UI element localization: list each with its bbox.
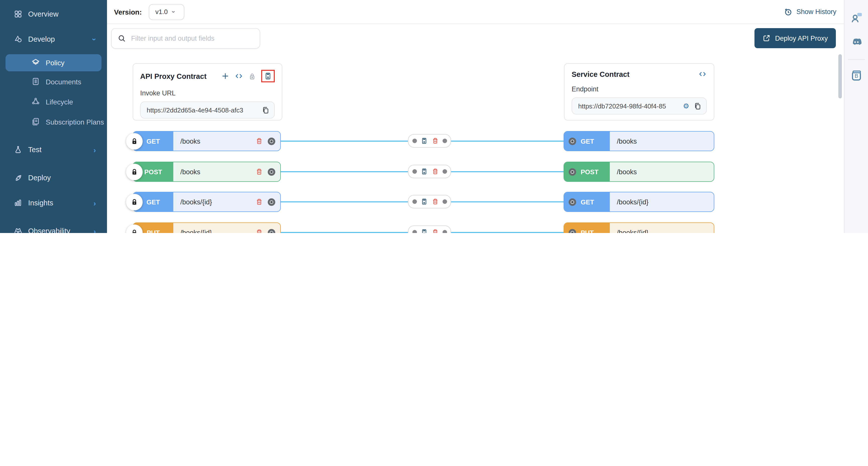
filter-input[interactable] bbox=[131, 35, 254, 42]
out-port[interactable] bbox=[268, 168, 275, 176]
code-view-icon[interactable] bbox=[698, 70, 707, 78]
delete-resource-icon[interactable] bbox=[255, 137, 263, 145]
docs-book-icon[interactable]: B bbox=[850, 69, 863, 82]
resource-path: /books/{id} bbox=[173, 229, 255, 233]
endpoint-field: https://db720294-98fd-40f4-85 ⚙ bbox=[571, 97, 707, 115]
invoke-url-label: Invoke URL bbox=[140, 89, 275, 97]
method-label: PUT bbox=[147, 229, 160, 233]
sidebar-item-overview[interactable]: Overview bbox=[0, 4, 107, 24]
lock-badge-icon bbox=[126, 133, 143, 150]
delete-mapping-icon[interactable] bbox=[431, 228, 439, 233]
delete-mapping-icon[interactable] bbox=[431, 168, 439, 175]
method-label: GET bbox=[581, 137, 594, 145]
port-dot[interactable] bbox=[442, 230, 447, 233]
gear-icon[interactable]: ⚙ bbox=[683, 102, 689, 110]
in-port[interactable] bbox=[569, 198, 576, 206]
sidebar-item-policy[interactable]: Policy bbox=[5, 54, 101, 71]
vertical-scrollbar-thumb[interactable] bbox=[838, 54, 842, 98]
delete-resource-icon[interactable] bbox=[255, 228, 263, 233]
chevron-down-icon: › bbox=[170, 11, 178, 13]
delete-mapping-icon[interactable] bbox=[431, 137, 439, 145]
method-badge: PUT bbox=[564, 223, 610, 233]
policy-clipboard-icon[interactable] bbox=[420, 198, 428, 206]
sidebar-item-lifecycle[interactable]: Lifecycle bbox=[0, 92, 107, 112]
show-history-button[interactable]: Show History bbox=[784, 7, 836, 16]
copy-icon[interactable] bbox=[693, 102, 702, 110]
sidebar-item-observability[interactable]: Observability › bbox=[0, 221, 107, 233]
policy-clipboard-icon[interactable] bbox=[420, 168, 428, 175]
connector-line bbox=[451, 201, 572, 203]
chevron-right-icon: › bbox=[93, 198, 96, 207]
out-port[interactable] bbox=[268, 137, 275, 145]
sidebar-item-label: Documents bbox=[46, 78, 82, 86]
resource-path: /books bbox=[610, 168, 714, 176]
connector-line bbox=[451, 171, 572, 172]
port-dot[interactable] bbox=[412, 199, 417, 204]
method-label: GET bbox=[147, 198, 160, 206]
in-port[interactable] bbox=[569, 168, 576, 176]
service-resource-row: GET /books/{id} bbox=[564, 192, 714, 212]
port-dot[interactable] bbox=[412, 230, 417, 233]
policy-clipboard-icon[interactable] bbox=[420, 137, 428, 145]
filter-field bbox=[111, 28, 260, 49]
proxy-resource-row: GET /books/{id} bbox=[133, 192, 281, 212]
external-link-icon bbox=[763, 34, 771, 42]
copy-icon[interactable] bbox=[261, 106, 270, 114]
policy-clipboard-icon[interactable] bbox=[420, 228, 428, 233]
proxy-resource-row: GET /books bbox=[133, 131, 281, 151]
rocket-icon bbox=[13, 173, 23, 182]
subscription-plans-icon bbox=[31, 117, 40, 127]
sidebar-item-label: Deploy bbox=[28, 174, 51, 182]
sidebar-item-label: Insights bbox=[28, 199, 53, 207]
sidebar-item-insights[interactable]: Insights › bbox=[0, 193, 107, 213]
out-port[interactable] bbox=[268, 229, 275, 233]
mapping-widget bbox=[408, 225, 451, 233]
port-dot[interactable] bbox=[442, 138, 447, 143]
chevron-right-icon: › bbox=[93, 145, 96, 154]
port-dot[interactable] bbox=[412, 138, 417, 143]
sidebar-item-subscription-plans[interactable]: Subscription Plans bbox=[0, 113, 107, 131]
feedback-icon[interactable] bbox=[850, 11, 863, 24]
policy-clipboard-icon[interactable] bbox=[264, 72, 272, 80]
resource-path: /books/{id} bbox=[173, 198, 255, 206]
method-label: PUT bbox=[581, 229, 594, 233]
connector-line bbox=[451, 232, 572, 233]
port-dot[interactable] bbox=[442, 169, 447, 174]
deploy-api-proxy-button[interactable]: Deploy API Proxy bbox=[754, 28, 836, 48]
port-dot[interactable] bbox=[442, 199, 447, 204]
sidebar-item-label: Overview bbox=[28, 10, 59, 18]
policy-icon bbox=[31, 58, 40, 68]
annotation-highlight-box bbox=[261, 70, 275, 82]
add-resource-icon[interactable] bbox=[221, 72, 229, 80]
port-dot[interactable] bbox=[412, 169, 417, 174]
card-title: API Proxy Contract bbox=[140, 72, 207, 80]
in-port[interactable] bbox=[569, 229, 576, 233]
main-content: Version: v1.0 › Show History Deploy AP bbox=[107, 0, 844, 233]
chevron-down-icon: › bbox=[90, 38, 99, 40]
lock-icon[interactable] bbox=[248, 72, 256, 80]
discord-icon[interactable] bbox=[850, 35, 863, 48]
delete-resource-icon[interactable] bbox=[255, 168, 263, 176]
test-flask-icon bbox=[13, 145, 23, 154]
svg-text:B: B bbox=[855, 73, 858, 79]
version-dropdown[interactable]: v1.0 › bbox=[149, 4, 185, 20]
deploy-button-label: Deploy API Proxy bbox=[775, 34, 828, 42]
sidebar-item-test[interactable]: Test › bbox=[0, 139, 107, 160]
service-resource-row: GET /books bbox=[564, 131, 714, 151]
delete-mapping-icon[interactable] bbox=[431, 198, 439, 206]
delete-resource-icon[interactable] bbox=[255, 198, 263, 206]
in-port[interactable] bbox=[569, 137, 576, 145]
sidebar-item-documents[interactable]: Documents bbox=[0, 72, 107, 91]
service-contract-card: Service Contract Endpoint https://db7202… bbox=[564, 63, 714, 121]
invoke-url-field: https://2dd2d65a-4e94-4508-afc3 bbox=[140, 101, 275, 119]
mapping-widget bbox=[408, 165, 451, 178]
code-view-icon[interactable] bbox=[235, 72, 243, 80]
proxy-resource-row: PUT /books/{id} bbox=[133, 222, 281, 233]
out-port[interactable] bbox=[268, 198, 275, 206]
topbar: Version: v1.0 › Show History bbox=[107, 0, 844, 24]
sidebar-item-develop[interactable]: Develop › bbox=[0, 29, 107, 49]
resource-path: /books bbox=[173, 137, 255, 145]
sidebar-item-deploy[interactable]: Deploy bbox=[0, 168, 107, 188]
method-label: POST bbox=[145, 168, 162, 176]
chevron-right-icon: › bbox=[93, 227, 96, 233]
